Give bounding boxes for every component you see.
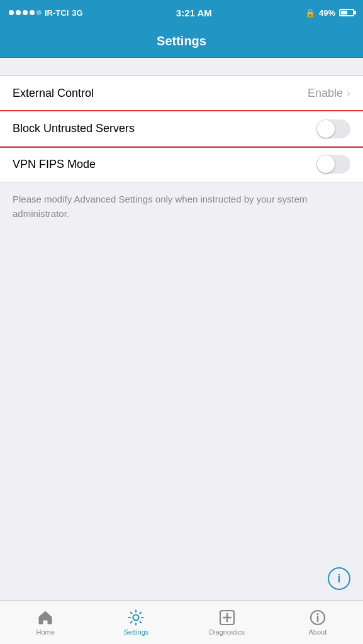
status-bar: IR-TCI 3G 3:21 AM 🔒 49%: [0, 0, 363, 25]
tab-settings-label: Settings: [124, 628, 149, 636]
carrier-label: IR-TCI: [45, 8, 69, 18]
battery-percent: 49%: [319, 8, 335, 18]
tab-home[interactable]: Home: [0, 601, 91, 644]
info-button[interactable]: i: [328, 567, 350, 590]
page-title: Settings: [157, 34, 206, 48]
chevron-right-icon: ›: [347, 87, 350, 100]
toggle-knob: [317, 120, 335, 138]
info-button-container: i: [0, 567, 363, 600]
nav-bar: Settings: [0, 25, 363, 58]
vpn-fips-mode-row[interactable]: VPN FIPS Mode: [0, 147, 363, 182]
section-spacer: [0, 58, 363, 75]
plus-box-icon: [218, 609, 236, 626]
vpn-fips-mode-label: VPN FIPS Mode: [13, 158, 96, 171]
tab-bar: Home Settings Diagnostics About: [0, 600, 363, 644]
info-circle-icon: [309, 609, 327, 626]
settings-list: External Control Enable › Block Untruste…: [0, 75, 363, 182]
external-control-row[interactable]: External Control Enable ›: [0, 76, 363, 111]
tab-settings[interactable]: Settings: [91, 601, 181, 644]
tab-about[interactable]: About: [272, 601, 363, 644]
time-label: 3:21 AM: [176, 8, 212, 18]
signal-dots: [9, 10, 42, 15]
block-untrusted-servers-label: Block Untrusted Servers: [13, 122, 135, 135]
status-right: 🔒 49%: [305, 8, 354, 18]
home-icon: [36, 609, 54, 626]
network-label: 3G: [72, 8, 82, 18]
lock-icon: 🔒: [305, 8, 315, 18]
tab-about-label: About: [309, 628, 327, 636]
external-control-value[interactable]: Enable ›: [308, 87, 350, 100]
block-untrusted-servers-row[interactable]: Block Untrusted Servers: [0, 111, 363, 147]
tab-home-label: Home: [36, 628, 54, 636]
tab-diagnostics-label: Diagnostics: [209, 628, 245, 636]
gear-icon: [127, 609, 145, 626]
external-control-label: External Control: [13, 87, 94, 100]
info-icon: i: [337, 572, 340, 586]
toggle-knob-2: [317, 155, 335, 173]
advisory-text: Please modify Advanced Settings only whe…: [0, 182, 363, 231]
status-left: IR-TCI 3G: [9, 8, 83, 18]
block-untrusted-servers-toggle[interactable]: [316, 119, 350, 138]
main-content: i: [0, 231, 363, 600]
svg-point-3: [316, 613, 318, 615]
external-control-value-text: Enable: [308, 87, 343, 100]
battery-icon: [339, 9, 354, 16]
tab-diagnostics[interactable]: Diagnostics: [182, 601, 272, 644]
svg-point-0: [133, 615, 139, 621]
vpn-fips-mode-toggle[interactable]: [316, 155, 350, 174]
